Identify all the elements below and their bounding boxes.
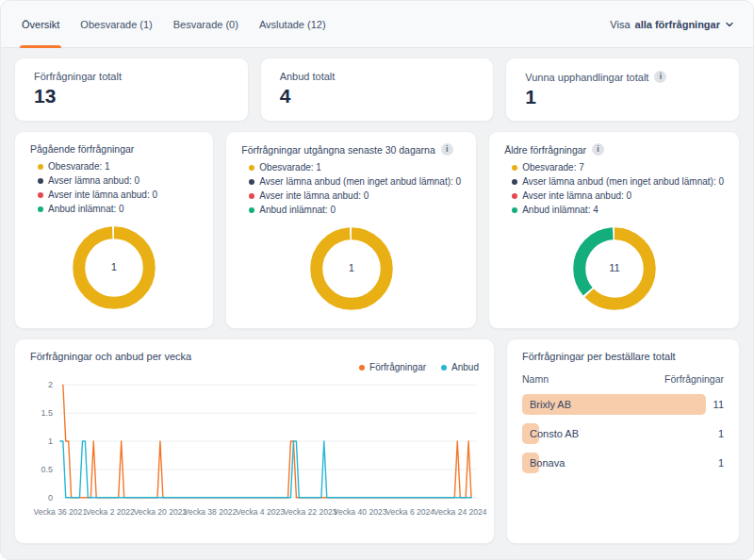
weekly-chart-legend: Förfrågningar Anbud — [30, 362, 479, 372]
legend-dot-icon — [512, 165, 517, 171]
legend-dot-icon — [512, 179, 517, 185]
info-icon[interactable]: i — [654, 71, 666, 83]
tab-översikt[interactable]: Översikt — [20, 1, 61, 47]
legend-dot-icon — [249, 165, 254, 171]
legend-item: Avser inte lämna anbud: 0 — [249, 190, 461, 201]
donut-chart: 1 — [65, 219, 163, 317]
stat-card-vunna-upphandlingar-totalt: Vunna upphandlingar totalt i 1 — [505, 58, 740, 122]
info-icon[interactable]: i — [441, 143, 453, 156]
tab-label: Översikt — [22, 19, 59, 30]
dashboard-page: ÖversiktObesvarade (1)Besvarade (0)Avslu… — [0, 0, 754, 560]
legend-dot-icon — [38, 164, 43, 170]
svg-text:1.5: 1.5 — [41, 408, 52, 418]
svg-text:Vecka 2 2022: Vecka 2 2022 — [86, 507, 135, 517]
stat-value: 1 — [525, 87, 720, 107]
donut-legend: Obesvarade: 7 Avser lämna anbud (men ing… — [512, 162, 724, 215]
legend-dot-icon — [512, 207, 517, 213]
filter-label-prefix: Visa — [610, 19, 630, 30]
svg-text:Vecka 22 2023: Vecka 22 2023 — [284, 507, 337, 517]
legend-item: Anbud inlämnat: 4 — [512, 205, 724, 215]
donut-chart: 11 — [566, 220, 664, 318]
legend-item: Avser lämna anbud (men inget anbud lämna… — [249, 176, 461, 187]
stat-label: Förfrågningar totalt — [34, 71, 122, 82]
column-header-namn: Namn — [522, 373, 549, 385]
donut-center-value: 1 — [111, 261, 117, 272]
dashboard-content: Förfrågningar totalt i 13 Anbud totalt i… — [1, 48, 753, 544]
legend-item: Obesvarade: 1 — [249, 162, 461, 173]
info-icon[interactable]: i — [592, 143, 604, 156]
legend-item: Avser lämna anbud: 0 — [38, 175, 198, 186]
tab-avslutade-12[interactable]: Avslutade (12) — [257, 1, 328, 47]
clients-table-rows: Brixly AB 11 Consto AB 1 Bonava 1 — [522, 394, 724, 473]
donut-card-pagaende-forfragningar: Pågående förfrågningar i Obesvarade: 1 A… — [14, 131, 214, 329]
svg-text:Vecka 24 2024: Vecka 24 2024 — [434, 507, 487, 517]
stat-label: Anbud totalt — [280, 71, 336, 82]
tab-label: Avslutade (12) — [259, 19, 326, 30]
filter-label-bold: alla förfrågningar — [635, 19, 720, 30]
legend-item: Anbud inlämnat: 0 — [38, 204, 198, 214]
svg-text:Vecka 40 2023: Vecka 40 2023 — [334, 507, 387, 517]
donut-center-value: 1 — [349, 262, 354, 273]
tab-label: Besvarade (0) — [173, 19, 238, 30]
svg-text:1: 1 — [48, 436, 53, 446]
table-row-bonava[interactable]: Bonava 1 — [522, 453, 724, 473]
donut-center-value: 11 — [609, 262, 620, 273]
legend-dot-icon — [359, 365, 365, 371]
donut-card-utgangna-30-dagar: Förfrågningar utgångna senaste 30 dagarn… — [225, 131, 477, 329]
legend-item: Obesvarade: 7 — [512, 162, 724, 173]
weekly-chart-title: Förfrågningar och anbud per vecka — [30, 351, 479, 362]
svg-text:Vecka 20 2022: Vecka 20 2022 — [134, 507, 188, 517]
chevron-down-icon — [725, 20, 734, 29]
legend-dot-icon — [441, 365, 447, 371]
stat-value: 13 — [34, 86, 229, 106]
legend-dot-icon — [249, 207, 254, 213]
svg-text:0: 0 — [48, 493, 53, 502]
svg-text:Vecka 4 2023: Vecka 4 2023 — [236, 507, 285, 517]
donut-card-title: Pågående förfrågningar — [30, 143, 134, 155]
donut-legend: Obesvarade: 1 Avser lämna anbud: 0 Avser… — [38, 161, 198, 214]
table-row-brixly-ab[interactable]: Brixly AB 11 — [522, 394, 724, 415]
donut-card-title: Förfrågningar utgångna senaste 30 dagarn… — [241, 144, 434, 156]
legend-dot-icon — [512, 193, 517, 199]
stat-card-förfrågningar-totalt: Förfrågningar totalt i 13 — [14, 58, 249, 122]
series-legend-item: Anbud — [441, 362, 479, 372]
legend-dot-icon — [249, 179, 254, 185]
table-row-name: Bonava — [530, 457, 565, 469]
filter-dropdown[interactable]: Visa alla förfrågningar — [610, 19, 734, 30]
donut-legend: Obesvarade: 1 Avser lämna anbud (men ing… — [249, 162, 461, 215]
svg-text:2: 2 — [48, 380, 53, 389]
table-row-name: Brixly AB — [530, 399, 571, 410]
donut-chart: 1 — [303, 220, 401, 318]
table-row-value: 1 — [718, 428, 724, 439]
donut-row: Pågående förfrågningar i Obesvarade: 1 A… — [14, 131, 740, 329]
donut-card-aldre-forfragningar: Äldre förfrågningar i Obesvarade: 7 Avse… — [488, 131, 740, 329]
legend-dot-icon — [38, 178, 43, 184]
series-legend-item: Förfrågningar — [359, 362, 426, 372]
legend-item: Obesvarade: 1 — [38, 161, 198, 172]
tab-obesvarade-1[interactable]: Obesvarade (1) — [78, 1, 154, 47]
clients-table-card: Förfrågningar per beställare totalt Namn… — [506, 338, 740, 544]
svg-text:0.5: 0.5 — [41, 465, 52, 474]
stat-value: 4 — [280, 86, 475, 106]
tab-besvarade-0[interactable]: Besvarade (0) — [172, 1, 240, 47]
tabs-nav: ÖversiktObesvarade (1)Besvarade (0)Avslu… — [20, 1, 328, 47]
bottom-row: Förfrågningar och anbud per vecka Förfrå… — [14, 338, 740, 544]
clients-table-title: Förfrågningar per beställare totalt — [522, 351, 724, 362]
stats-row: Förfrågningar totalt i 13 Anbud totalt i… — [14, 58, 740, 122]
table-row-name: Consto AB — [530, 428, 579, 439]
legend-item: Anbud inlämnat: 0 — [249, 205, 461, 215]
svg-text:Vecka 36 2021: Vecka 36 2021 — [34, 507, 88, 517]
tab-label: Obesvarade (1) — [80, 19, 152, 30]
weekly-chart-card: Förfrågningar och anbud per vecka Förfrå… — [14, 338, 495, 544]
column-header-forfragningar: Förfrågningar — [664, 373, 724, 385]
weekly-line-chart: 00.511.52Vecka 36 2021Vecka 2 2022Vecka … — [30, 375, 479, 522]
svg-text:Vecka 38 2022: Vecka 38 2022 — [184, 507, 238, 517]
table-row-value: 1 — [718, 457, 724, 469]
legend-dot-icon — [249, 193, 254, 199]
legend-dot-icon — [38, 192, 43, 198]
svg-text:Vecka 6 2024: Vecka 6 2024 — [385, 507, 434, 517]
legend-dot-icon — [38, 206, 43, 212]
legend-item: Avser inte lämna anbud: 0 — [38, 189, 198, 200]
table-row-consto-ab[interactable]: Consto AB 1 — [522, 423, 724, 444]
legend-item: Avser inte lämna anbud: 0 — [512, 190, 724, 201]
